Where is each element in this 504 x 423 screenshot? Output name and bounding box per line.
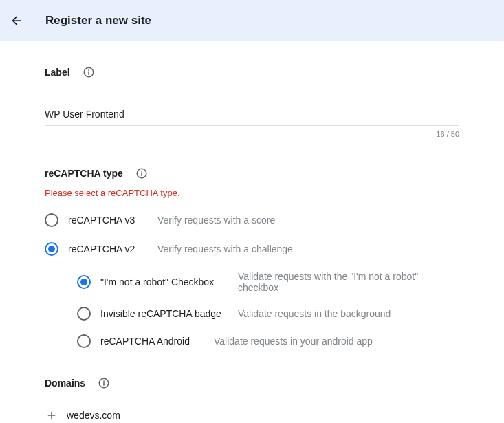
radio-row-v2: reCAPTCHA v2 Verify requests with a chal…	[45, 242, 459, 256]
recaptcha-type-heading: reCAPTCHA type	[45, 167, 459, 180]
label-input[interactable]	[45, 106, 459, 126]
info-icon[interactable]	[83, 66, 95, 78]
radio-desc-v3: Verify requests with a score	[157, 215, 275, 226]
domain-row: wedevs.com	[45, 409, 459, 422]
radio-checkbox[interactable]	[77, 275, 91, 289]
radio-label-android: reCAPTCHA Android	[100, 336, 214, 347]
info-icon[interactable]	[98, 377, 110, 389]
radio-v2[interactable]	[45, 242, 58, 256]
header-bar: Register a new site	[0, 0, 504, 41]
svg-rect-5	[141, 171, 142, 172]
radio-desc-android: Validate requests in your android app	[214, 336, 373, 347]
svg-rect-7	[103, 382, 105, 386]
svg-rect-4	[141, 173, 142, 176]
domain-item[interactable]: wedevs.com	[67, 410, 120, 421]
label-title-text: Label	[45, 67, 70, 78]
radio-android[interactable]	[77, 334, 91, 348]
back-arrow-icon[interactable]	[8, 12, 25, 29]
recaptcha-type-error: Please select a reCAPTCHA type.	[45, 188, 459, 198]
page-title: Register a new site	[45, 14, 151, 28]
radio-row-v3: reCAPTCHA v3 Verify requests with a scor…	[45, 213, 459, 227]
domains-title-text: Domains	[45, 378, 85, 389]
radio-invisible[interactable]	[77, 307, 91, 321]
plus-icon[interactable]	[45, 409, 58, 422]
radio-label-v2: reCAPTCHA v2	[68, 243, 157, 254]
recaptcha-type-title-text: reCAPTCHA type	[45, 168, 123, 179]
radio-desc-checkbox: Validate requests with the "I'm not a ro…	[238, 271, 459, 293]
radio-v3[interactable]	[45, 213, 58, 227]
info-icon[interactable]	[135, 167, 148, 180]
label-section: Label 16 / 50	[45, 66, 459, 138]
radio-row-invisible: Invisible reCAPTCHA badge Validate reque…	[77, 307, 459, 321]
svg-rect-1	[88, 72, 89, 75]
radio-desc-v2: Verify requests with a challenge	[157, 243, 293, 254]
radio-desc-invisible: Validate requests in the background	[238, 308, 391, 319]
domains-heading: Domains	[45, 377, 459, 389]
radio-row-checkbox: "I'm not a robot" Checkbox Validate requ…	[77, 271, 459, 293]
svg-rect-2	[88, 69, 89, 71]
radio-label-checkbox: "I'm not a robot" Checkbox	[100, 276, 238, 288]
label-heading: Label	[45, 66, 459, 78]
v2-sub-options: "I'm not a robot" Checkbox Validate requ…	[45, 271, 459, 348]
svg-rect-8	[103, 380, 105, 382]
domains-section: Domains wedevs.com	[45, 377, 459, 422]
radio-label-v3: reCAPTCHA v3	[68, 215, 157, 226]
recaptcha-type-section: reCAPTCHA type Please select a reCAPTCHA…	[45, 167, 459, 348]
char-counter: 16 / 50	[45, 130, 459, 138]
radio-row-android: reCAPTCHA Android Validate requests in y…	[77, 334, 459, 348]
radio-label-invisible: Invisible reCAPTCHA badge	[100, 308, 238, 319]
